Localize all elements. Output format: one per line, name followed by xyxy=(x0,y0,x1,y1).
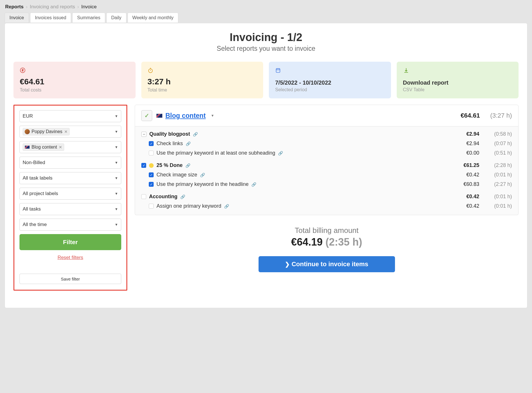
stat-total-costs: €64.61 Total costs xyxy=(13,62,136,98)
task-row: ✓ Use the primary keyword in the headlin… xyxy=(135,180,518,189)
task-group-time: (0:01 h) xyxy=(487,194,512,200)
task-labels-select[interactable]: All task labels ▼ xyxy=(19,172,121,184)
task-checkbox[interactable]: ✓ xyxy=(149,141,154,146)
totals-label: Total billing amount xyxy=(135,226,519,235)
task-checkbox[interactable] xyxy=(149,204,154,209)
user-select[interactable]: Poppy Davines ✕ ▼ xyxy=(19,126,121,138)
stat-period-value: 7/5/2022 - 10/10/2022 xyxy=(275,79,385,86)
chevron-down-icon: ▼ xyxy=(115,114,118,118)
currency-select[interactable]: EUR ▼ xyxy=(19,110,121,122)
task-checkbox[interactable]: ✓ xyxy=(149,182,154,187)
stat-costs-value: €64.61 xyxy=(20,77,129,86)
chevron-down-icon: ▼ xyxy=(115,145,118,149)
project-link[interactable]: Blog content xyxy=(156,112,206,120)
task-group-price: €61.25 xyxy=(453,162,479,168)
filter-button[interactable]: Filter xyxy=(19,234,121,250)
remove-chip-icon[interactable]: ✕ xyxy=(64,129,68,134)
task-name: Use the primary keyword in at least one … xyxy=(157,150,275,156)
chevron-down-icon: ▼ xyxy=(115,176,118,180)
project-chip: Blog content ✕ xyxy=(23,143,64,151)
stat-time-label: Total time xyxy=(148,87,257,93)
chevron-right-icon: ❯ xyxy=(285,261,290,268)
tab-summaries[interactable]: Summaries xyxy=(72,13,105,23)
tab-daily[interactable]: Daily xyxy=(106,13,126,23)
link-icon[interactable]: 🔗 xyxy=(185,163,190,168)
task-price: €60.83 xyxy=(453,181,479,187)
stat-cards: €64.61 Total costs 3:27 h Total time 7/5… xyxy=(13,62,519,98)
task-group-name: Quality blogpost xyxy=(149,131,190,137)
task-group-row: Accounting 🔗 €0.42 (0:01 h) xyxy=(135,192,518,201)
link-icon[interactable]: 🔗 xyxy=(224,204,229,209)
task-price: €0.00 xyxy=(453,150,479,156)
link-icon[interactable]: 🔗 xyxy=(200,173,205,177)
timeframe-value: All the time xyxy=(23,222,47,227)
breadcrumb-root[interactable]: Reports xyxy=(5,4,24,10)
breadcrumb-mid[interactable]: Invoicing and reports xyxy=(30,4,75,10)
reset-filters-link[interactable]: Reset filters xyxy=(19,255,121,260)
chevron-down-icon: ▼ xyxy=(115,161,118,165)
tasks-select[interactable]: All tasks ▼ xyxy=(19,203,121,215)
task-price: €2.94 xyxy=(453,141,479,147)
page-subtitle: Select reports you want to invoice xyxy=(13,45,519,52)
save-filter-button[interactable]: Save filter xyxy=(19,274,121,284)
link-icon[interactable]: 🔗 xyxy=(193,132,198,137)
billed-select[interactable]: Non-Billed ▼ xyxy=(19,157,121,169)
user-chip: Poppy Davines ✕ xyxy=(23,128,70,135)
remove-chip-icon[interactable]: ✕ xyxy=(59,145,62,149)
tab-invoices-issued[interactable]: Invoices issued xyxy=(30,13,71,23)
timeframe-select[interactable]: All the time ▼ xyxy=(19,219,121,231)
totals-time: (2:35 h) xyxy=(326,236,362,248)
task-group-price: €0.42 xyxy=(453,194,479,200)
task-row: Assign one primary keyword 🔗 €0.42 (0:01… xyxy=(135,201,518,211)
task-group-checkbox[interactable]: ✓ xyxy=(141,163,146,168)
chevron-down-icon: ▼ xyxy=(115,130,118,134)
project-time: (3:27 h) xyxy=(490,112,512,119)
page-title: Invoicing - 1/2 xyxy=(13,31,519,44)
link-icon[interactable]: 🔗 xyxy=(180,194,185,199)
link-icon[interactable]: 🔗 xyxy=(251,182,256,187)
task-group-checkbox[interactable] xyxy=(141,194,146,199)
report-area: ✓ Blog content ▼ €64.61 (3:27 h) − Quali… xyxy=(135,105,519,291)
task-price: €0.42 xyxy=(453,203,479,209)
task-name: Check image size xyxy=(157,172,197,178)
breadcrumb-last: Invoice xyxy=(81,4,97,10)
totals-amount: €64.19 xyxy=(291,236,322,248)
tab-weekly-monthly[interactable]: Weekly and monthly xyxy=(128,13,179,23)
chevron-right-icon: › xyxy=(77,4,79,10)
collapse-icon[interactable]: − xyxy=(141,132,146,137)
stat-period[interactable]: 7/5/2022 - 10/10/2022 Selected period xyxy=(269,62,391,98)
project-select[interactable]: Blog content ✕ ▼ xyxy=(19,141,121,153)
task-row: ✓ Check image size 🔗 €0.42 (0:01 h) xyxy=(135,170,518,180)
breadcrumb: Reports › Invoicing and reports › Invoic… xyxy=(5,3,527,13)
chevron-down-icon[interactable]: ▼ xyxy=(211,114,214,118)
chevron-down-icon: ▼ xyxy=(115,223,118,227)
continue-button[interactable]: ❯ Continue to invoice items xyxy=(259,256,395,272)
project-checkbox[interactable]: ✓ xyxy=(141,110,152,121)
project-labels-value: All project labels xyxy=(23,191,58,196)
task-group-time: (2:28 h) xyxy=(487,162,512,168)
link-icon[interactable]: 🔗 xyxy=(186,141,191,146)
project-labels-select[interactable]: All project labels ▼ xyxy=(19,188,121,200)
chevron-down-icon: ▼ xyxy=(115,207,118,211)
tabs: Invoice Invoices issued Summaries Daily … xyxy=(5,13,527,23)
stat-download-label: CSV Table xyxy=(403,87,513,92)
continue-label: Continue to invoice items xyxy=(292,260,368,268)
task-name: Check links xyxy=(157,141,183,147)
link-icon[interactable]: 🔗 xyxy=(278,151,283,155)
task-checkbox[interactable]: ✓ xyxy=(149,172,154,177)
tab-invoice[interactable]: Invoice xyxy=(5,13,29,23)
svg-rect-2 xyxy=(276,69,280,72)
task-time: (0:07 h) xyxy=(487,141,512,147)
stopwatch-icon xyxy=(148,67,257,75)
avatar xyxy=(25,129,30,134)
task-checkbox[interactable] xyxy=(149,151,154,155)
totals: Total billing amount €64.19 (2:35 h) ❯ C… xyxy=(135,226,519,272)
project-name: Blog content xyxy=(165,112,206,120)
stat-period-label: Selected period xyxy=(275,87,385,92)
task-group-price: €2.94 xyxy=(453,131,479,137)
user-chip-label: Poppy Davines xyxy=(32,129,62,134)
project-price: €64.61 xyxy=(461,112,480,119)
task-time: (0:01 h) xyxy=(487,203,512,209)
stat-download[interactable]: Download report CSV Table xyxy=(397,62,519,98)
dollar-icon xyxy=(20,67,129,75)
